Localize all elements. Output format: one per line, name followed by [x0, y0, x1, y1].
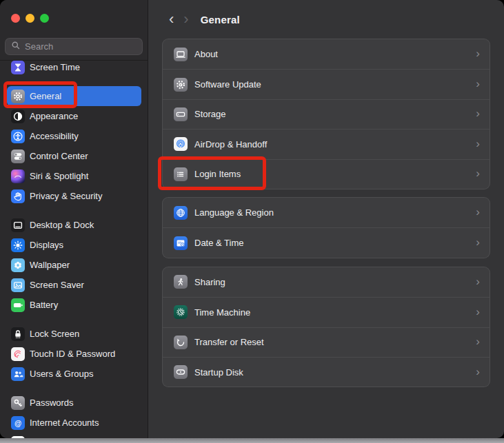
sidebar-item-label: Internet Accounts — [30, 418, 99, 428]
settings-row-date-time[interactable]: Date & Time › — [163, 227, 490, 257]
sidebar-item-lock-screen[interactable]: Lock Screen — [7, 324, 141, 344]
displays-sun-icon — [11, 238, 25, 252]
sidebar-item-screen-saver[interactable]: Screen Saver — [7, 275, 141, 295]
settings-row-label: Language & Region — [194, 207, 274, 218]
settings-row-sharing[interactable]: Sharing › — [163, 267, 490, 297]
sidebar-item-users-groups[interactable]: Users & Groups — [7, 364, 141, 384]
sidebar-item-battery[interactable]: Battery — [7, 295, 141, 315]
back-chevron-icon[interactable]: ‹ — [169, 12, 174, 27]
settings-row-label: Sharing — [194, 277, 225, 287]
search-placeholder: Search — [25, 41, 53, 52]
minimize-button[interactable] — [26, 14, 34, 23]
settings-row-transfer-or-reset[interactable]: Transfer or Reset › — [163, 327, 490, 357]
fingerprint-icon — [11, 347, 25, 361]
privacy-hand-icon — [11, 189, 25, 203]
sidebar-item-wallpaper[interactable]: Wallpaper — [7, 255, 141, 275]
sidebar-item-game-center[interactable]: Game Center — [7, 433, 141, 438]
settings-row-storage[interactable]: Storage › — [163, 99, 490, 129]
close-button[interactable] — [11, 14, 20, 23]
chevron-right-icon: › — [476, 276, 480, 287]
settings-row-login-items[interactable]: Login Items › — [163, 159, 490, 189]
settings-row-label: Login Items — [194, 169, 241, 179]
screen-time-icon — [11, 61, 25, 74]
sidebar-item-internet-accounts[interactable]: @ Internet Accounts — [7, 413, 141, 433]
sidebar-item-control-center[interactable]: Control Center — [7, 146, 141, 166]
sidebar-item-label: Screen Saver — [30, 280, 84, 290]
chevron-right-icon: › — [476, 306, 480, 318]
airdrop-icon — [174, 137, 188, 151]
sidebar-item-screen-time[interactable]: Screen Time — [7, 60, 141, 77]
sidebar-item-label: Control Center — [30, 151, 88, 161]
settings-row-label: Storage — [194, 109, 226, 119]
startup-disk-icon — [174, 365, 188, 379]
time-machine-icon — [174, 305, 188, 319]
chevron-right-icon: › — [476, 236, 480, 248]
sidebar-item-accessibility[interactable]: Accessibility — [7, 126, 141, 146]
sidebar-item-appearance[interactable]: Appearance — [7, 106, 141, 126]
detail-header: ‹ › General — [148, 0, 504, 39]
settings-row-label: Transfer or Reset — [194, 337, 264, 347]
settings-row-label: Date & Time — [194, 238, 244, 248]
settings-row-software-update[interactable]: Software Update › — [163, 69, 490, 99]
siri-icon — [11, 169, 25, 183]
chevron-right-icon: › — [476, 48, 480, 59]
battery-icon — [11, 298, 25, 312]
chevron-right-icon: › — [476, 366, 480, 378]
system-settings-window: Search Screen Time General — [0, 0, 504, 438]
chevron-right-icon: › — [476, 336, 480, 347]
sidebar-item-desktop-dock[interactable]: Desktop & Dock — [7, 215, 141, 235]
update-gear-icon — [174, 78, 188, 92]
zoom-button[interactable] — [40, 14, 49, 23]
settings-row-label: About — [194, 49, 218, 59]
desktop-dock-icon — [11, 218, 25, 232]
sidebar-item-privacy-security[interactable]: Privacy & Security — [7, 186, 141, 206]
users-icon — [11, 367, 25, 381]
chevron-right-icon: › — [476, 167, 480, 179]
sidebar-item-displays[interactable]: Displays — [7, 235, 141, 255]
laptop-icon — [174, 48, 188, 61]
chevron-right-icon: › — [476, 206, 480, 218]
search-icon — [11, 41, 21, 52]
wallpaper-flower-icon — [11, 258, 25, 272]
search-input[interactable]: Search — [5, 38, 143, 55]
login-items-list-icon — [174, 167, 188, 181]
sharing-icon — [174, 275, 188, 289]
settings-row-language-region[interactable]: Language & Region › — [163, 198, 490, 227]
sidebar-item-passwords[interactable]: Passwords — [7, 393, 141, 413]
desktop-edge-strip — [0, 438, 504, 443]
at-sign-icon: @ — [11, 416, 25, 430]
sidebar-item-label: Displays — [30, 240, 63, 250]
sidebar-item-label: General — [30, 91, 61, 101]
settings-row-label: Time Machine — [194, 307, 250, 318]
sidebar-item-label: Passwords — [30, 398, 74, 408]
accessibility-icon — [11, 130, 25, 143]
chevron-right-icon: › — [476, 78, 480, 90]
settings-row-time-machine[interactable]: Time Machine › — [163, 297, 490, 327]
reset-arrow-icon — [174, 336, 188, 349]
sidebar-item-siri-spotlight[interactable]: Siri & Spotlight — [7, 166, 141, 186]
settings-group-3: Sharing › Time Machine › Transfer or Res… — [162, 267, 490, 388]
storage-drive-icon — [174, 107, 188, 121]
settings-row-startup-disk[interactable]: Startup Disk › — [163, 357, 490, 387]
settings-group-2: Language & Region › Date & Time › — [162, 197, 490, 258]
sidebar-item-label: Users & Groups — [30, 369, 93, 379]
detail-pane: ‹ › General About › Software Update › — [148, 0, 504, 438]
svg-text:@: @ — [14, 418, 21, 426]
appearance-icon — [11, 110, 25, 123]
sidebar-item-general[interactable]: General — [7, 86, 141, 106]
sidebar-item-label: Battery — [30, 300, 58, 310]
screen-saver-icon — [11, 278, 25, 292]
traffic-lights — [11, 14, 49, 23]
settings-row-airdrop-handoff[interactable]: AirDrop & Handoff › — [163, 129, 490, 158]
settings-row-label: Startup Disk — [194, 367, 243, 378]
lock-icon — [11, 327, 25, 341]
forward-chevron-icon[interactable]: › — [183, 12, 188, 27]
sidebar-list: Screen Time General Appearance — [0, 60, 148, 438]
sidebar-item-label: Accessibility — [30, 131, 79, 141]
settings-row-label: AirDrop & Handoff — [194, 139, 267, 150]
globe-icon — [174, 206, 188, 220]
sidebar-item-label: Lock Screen — [30, 329, 79, 339]
calendar-clock-icon — [174, 236, 188, 250]
sidebar-item-touch-id-password[interactable]: Touch ID & Password — [7, 344, 141, 364]
settings-row-about[interactable]: About › — [163, 39, 490, 69]
